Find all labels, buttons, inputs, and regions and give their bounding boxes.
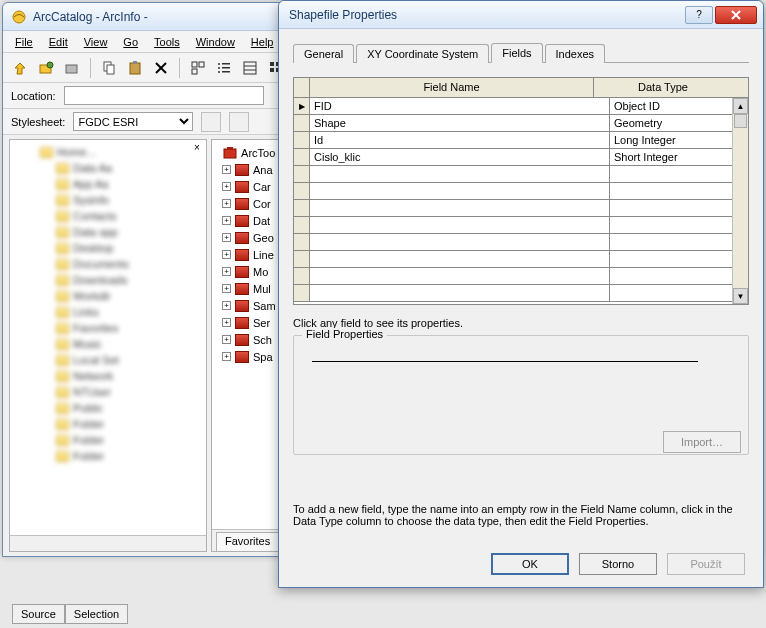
tab-fields[interactable]: Fields <box>491 43 542 63</box>
edit-stylesheet-icon[interactable] <box>201 112 221 132</box>
tab-indexes[interactable]: Indexes <box>545 44 606 63</box>
expand-icon[interactable]: + <box>222 267 231 276</box>
dialog-titlebar[interactable]: Shapefile Properties ? <box>279 1 763 29</box>
expand-icon[interactable]: + <box>222 216 231 225</box>
cell-data-type[interactable] <box>610 234 748 250</box>
expand-icon[interactable]: + <box>222 318 231 327</box>
connect-folder-icon[interactable] <box>35 57 57 79</box>
cell-data-type[interactable] <box>610 285 748 301</box>
help-icon[interactable]: ? <box>685 6 713 24</box>
table-row[interactable] <box>294 200 748 217</box>
table-row[interactable] <box>294 234 748 251</box>
delete-icon[interactable] <box>150 57 172 79</box>
expand-icon[interactable]: + <box>222 165 231 174</box>
table-row[interactable]: ShapeGeometry <box>294 115 748 132</box>
table-row[interactable]: Cislo_klicShort Integer <box>294 149 748 166</box>
cell-data-type[interactable] <box>610 183 748 199</box>
catalog-tree[interactable]: Home… Data Aa App Aa Sysinfo Contacts Da… <box>10 140 206 468</box>
expand-icon[interactable]: + <box>222 352 231 361</box>
menu-view[interactable]: View <box>78 34 114 50</box>
row-selector[interactable] <box>294 285 310 301</box>
cell-field-name[interactable]: Cislo_klic <box>310 149 610 165</box>
table-row[interactable] <box>294 285 748 302</box>
menu-help[interactable]: Help <box>245 34 280 50</box>
row-selector[interactable] <box>294 115 310 131</box>
row-selector[interactable] <box>294 234 310 250</box>
cell-field-name[interactable] <box>310 217 610 233</box>
menu-edit[interactable]: Edit <box>43 34 74 50</box>
cell-field-name[interactable] <box>310 285 610 301</box>
table-row[interactable] <box>294 217 748 234</box>
disconnect-folder-icon[interactable] <box>61 57 83 79</box>
cell-field-name[interactable] <box>310 166 610 182</box>
menu-window[interactable]: Window <box>190 34 241 50</box>
cell-data-type[interactable] <box>610 200 748 216</box>
tab-selection[interactable]: Selection <box>65 604 128 624</box>
cell-field-name[interactable] <box>310 183 610 199</box>
row-selector[interactable] <box>294 98 310 114</box>
scroll-up-icon[interactable]: ▲ <box>733 98 748 114</box>
cancel-button[interactable]: Storno <box>579 553 657 575</box>
table-row[interactable]: FIDObject ID <box>294 98 748 115</box>
col-field-name[interactable]: Field Name <box>310 78 594 97</box>
table-row[interactable] <box>294 251 748 268</box>
cell-field-name[interactable] <box>310 251 610 267</box>
expand-icon[interactable]: + <box>222 301 231 310</box>
row-selector[interactable] <box>294 200 310 216</box>
cell-data-type[interactable]: Object ID <box>610 98 748 114</box>
menu-file[interactable]: File <box>9 34 39 50</box>
cell-field-name[interactable] <box>310 200 610 216</box>
location-input[interactable] <box>64 86 264 105</box>
cell-data-type[interactable]: Short Integer <box>610 149 748 165</box>
table-row[interactable] <box>294 268 748 285</box>
row-selector[interactable] <box>294 217 310 233</box>
menu-go[interactable]: Go <box>117 34 144 50</box>
expand-icon[interactable]: + <box>222 250 231 259</box>
table-row[interactable] <box>294 183 748 200</box>
cell-data-type[interactable] <box>610 166 748 182</box>
cell-data-type[interactable] <box>610 268 748 284</box>
table-row[interactable] <box>294 166 748 183</box>
stylesheet-select[interactable]: FGDC ESRI <box>73 112 193 131</box>
details-view-icon[interactable] <box>239 57 261 79</box>
expand-icon[interactable]: + <box>222 233 231 242</box>
paste-icon[interactable] <box>124 57 146 79</box>
cell-field-name[interactable]: FID <box>310 98 610 114</box>
scroll-down-icon[interactable]: ▼ <box>733 288 748 304</box>
ok-button[interactable]: OK <box>491 553 569 575</box>
row-selector[interactable] <box>294 183 310 199</box>
list-view-icon[interactable] <box>213 57 235 79</box>
expand-icon[interactable]: + <box>222 284 231 293</box>
copy-icon[interactable] <box>98 57 120 79</box>
row-selector[interactable] <box>294 149 310 165</box>
cell-field-name[interactable] <box>310 234 610 250</box>
col-data-type[interactable]: Data Type <box>594 78 732 97</box>
fields-table[interactable]: Field Name Data Type FIDObject IDShapeGe… <box>293 77 749 305</box>
cell-data-type[interactable] <box>610 251 748 267</box>
large-icons-view-icon[interactable] <box>187 57 209 79</box>
cell-field-name[interactable]: Shape <box>310 115 610 131</box>
tab-xy-coordinate-system[interactable]: XY Coordinate System <box>356 44 489 63</box>
tab-general[interactable]: General <box>293 44 354 63</box>
apply-button[interactable]: Použít <box>667 553 745 575</box>
tree-hscrollbar[interactable] <box>10 535 206 551</box>
scroll-thumb[interactable] <box>734 114 747 128</box>
table-row[interactable]: IdLong Integer <box>294 132 748 149</box>
expand-icon[interactable]: + <box>222 199 231 208</box>
stylesheet-tool-icon[interactable] <box>229 112 249 132</box>
menu-tools[interactable]: Tools <box>148 34 186 50</box>
cell-field-name[interactable] <box>310 268 610 284</box>
up-one-level-icon[interactable] <box>9 57 31 79</box>
cell-data-type[interactable]: Long Integer <box>610 132 748 148</box>
fields-vscrollbar[interactable]: ▲ ▼ <box>732 98 748 304</box>
row-selector[interactable] <box>294 166 310 182</box>
cell-data-type[interactable] <box>610 217 748 233</box>
cell-data-type[interactable]: Geometry <box>610 115 748 131</box>
close-icon[interactable] <box>715 6 757 24</box>
cell-field-name[interactable]: Id <box>310 132 610 148</box>
row-selector[interactable] <box>294 132 310 148</box>
expand-icon[interactable]: + <box>222 335 231 344</box>
catalog-tree-pane[interactable]: × Home… Data Aa App Aa Sysinfo Contacts … <box>9 139 207 552</box>
expand-icon[interactable]: + <box>222 182 231 191</box>
row-selector[interactable] <box>294 268 310 284</box>
